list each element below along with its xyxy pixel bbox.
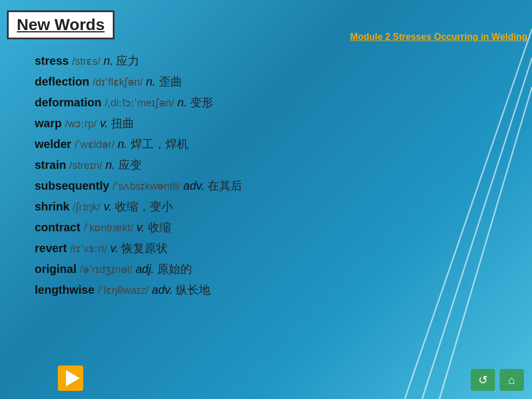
nav-buttons: ↺ ⌂ (471, 369, 524, 391)
word-english: welder (35, 138, 71, 150)
word-item: contract /ˈkɒntrækt/ v. 收缩 (35, 219, 520, 236)
word-item: deformation /ˌdiːfɔːˈmeɪʃən/ n. 变形 (35, 94, 520, 111)
word-item: subsequently /ˈsʌbsɪkwəntli/ adv. 在其后 (35, 177, 520, 194)
word-item: welder /ˈwɛldər/ n. 焊工，焊机 (35, 135, 520, 153)
word-pos: n. (101, 54, 113, 67)
word-chinese: 焊工，焊机 (131, 138, 189, 150)
word-phonetic: /ˌdiːfɔːˈmeɪʃən/ (105, 97, 174, 109)
word-item: stress /strɛs/ n. 应力 (35, 52, 520, 69)
word-item: revert /rɪˈvɜːrt/ v. 恢复原状 (35, 239, 520, 257)
word-english: revert (35, 242, 67, 254)
word-item: warp /wɔːrp/ v. 扭曲 (35, 114, 520, 132)
word-phonetic: /ˈsʌbsɪkwəntli/ (112, 180, 180, 192)
word-chinese: 收缩，变小 (115, 200, 173, 213)
word-phonetic: /ʃrɪŋk/ (73, 201, 101, 213)
word-pos: n. (143, 75, 156, 88)
word-english: strain (35, 158, 66, 171)
word-item: lengthwise /ˈlɛŋθwaɪz/ adv. 纵长地 (35, 281, 520, 298)
word-english: shrink (35, 200, 69, 213)
word-english: deformation (35, 96, 102, 109)
word-pos: n. (174, 96, 187, 109)
word-phonetic: /ˈlɛŋθwaɪz/ (98, 285, 149, 296)
word-item: strain /streɪn/ n. 应变 (35, 156, 520, 173)
word-pos: adv. (180, 179, 205, 192)
word-english: subsequently (35, 179, 109, 192)
words-list: stress /strɛs/ n. 应力deflection /dɪˈflɛkʃ… (35, 52, 520, 302)
word-english: lengthwise (35, 283, 94, 296)
new-words-title-box: New Words (7, 10, 114, 39)
word-pos: v. (107, 242, 119, 254)
play-button[interactable] (58, 365, 83, 391)
word-phonetic: /rɪˈvɜːrt/ (70, 243, 107, 254)
new-words-label: New Words (17, 16, 105, 34)
word-phonetic: /əˈrɪdʒɪnəl/ (80, 264, 132, 275)
word-pos: v. (97, 117, 108, 130)
word-phonetic: /streɪn/ (69, 160, 102, 171)
word-chinese: 应变 (119, 158, 142, 171)
word-chinese: 在其后 (208, 179, 242, 192)
word-pos: adv. (149, 283, 173, 296)
word-phonetic: /wɔːrp/ (65, 118, 97, 130)
svg-text:⌂: ⌂ (508, 374, 515, 386)
word-chinese: 歪曲 (159, 75, 182, 88)
word-english: stress (35, 54, 69, 67)
word-chinese: 扭曲 (111, 117, 134, 130)
word-item: original /əˈrɪdʒɪnəl/ adj. 原始的 (35, 260, 520, 278)
word-phonetic: /ˈwɛldər/ (75, 139, 114, 150)
word-item: deflection /dɪˈflɛkʃən/ n. 歪曲 (35, 73, 520, 90)
back-button[interactable]: ↺ (471, 369, 495, 391)
word-chinese: 应力 (116, 54, 139, 67)
word-chinese: 纵长地 (176, 283, 210, 296)
word-phonetic: /dɪˈflɛkʃən/ (93, 76, 143, 88)
word-chinese: 收缩 (148, 221, 171, 234)
word-english: contract (35, 221, 80, 234)
word-english: warp (35, 117, 62, 130)
word-chinese: 恢复原状 (121, 242, 168, 254)
word-pos: adj. (132, 263, 154, 275)
word-pos: n. (102, 158, 115, 171)
word-english: deflection (35, 75, 89, 88)
word-phonetic: /strɛs/ (72, 56, 101, 67)
word-english: original (35, 263, 76, 275)
svg-text:↺: ↺ (478, 374, 488, 386)
word-pos: v. (101, 200, 112, 213)
word-pos: v. (133, 221, 145, 234)
home-button[interactable]: ⌂ (500, 369, 524, 391)
word-chinese: 变形 (190, 96, 213, 109)
word-chinese: 原始的 (157, 263, 192, 275)
word-item: shrink /ʃrɪŋk/ v. 收缩，变小 (35, 198, 520, 215)
module-title: Module 2 Stresses Occurring in Welding (350, 32, 527, 42)
word-phonetic: /ˈkɒntrækt/ (83, 222, 133, 234)
word-pos: n. (114, 138, 127, 150)
